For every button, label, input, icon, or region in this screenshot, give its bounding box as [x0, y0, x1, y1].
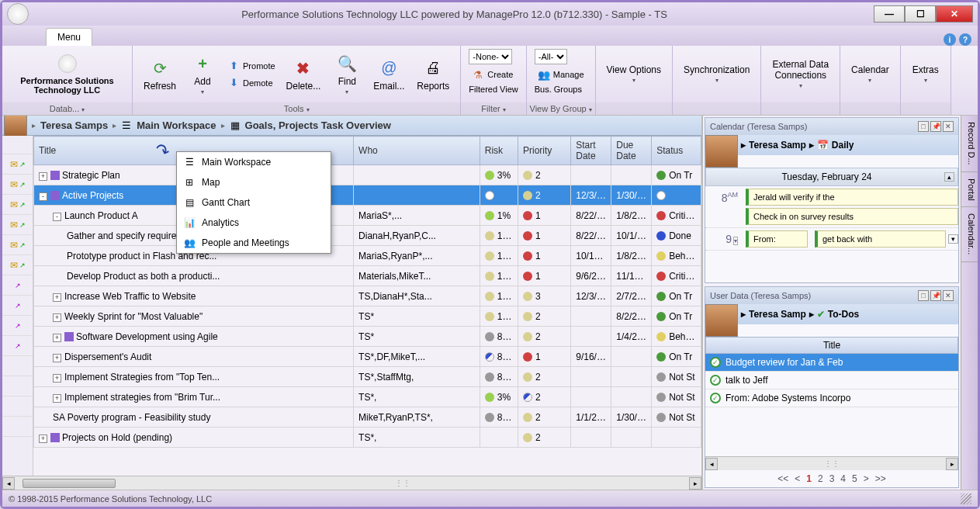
- chevron-right-icon[interactable]: ▸: [113, 121, 116, 130]
- column-header[interactable]: Start Date: [571, 137, 611, 165]
- pager-page[interactable]: 4: [840, 473, 846, 484]
- chevron-right-icon[interactable]: ▸: [221, 121, 225, 130]
- filter-create-button[interactable]: ⚗Create: [469, 67, 516, 82]
- calendar-event[interactable]: get back with: [815, 230, 946, 248]
- table-row[interactable]: Prototype product in Flash and rec...Mar…: [34, 246, 701, 266]
- calendar-event[interactable]: Jerald will verify if the: [746, 189, 958, 206]
- table-row[interactable]: Gather and specify requirementsDianaH,Ry…: [34, 226, 701, 246]
- info-icon[interactable]: i: [944, 33, 956, 46]
- close-button[interactable]: ✕: [936, 5, 973, 23]
- pager-page[interactable]: 5: [852, 473, 857, 484]
- tree-toggle[interactable]: +: [53, 354, 61, 362]
- tree-toggle[interactable]: +: [53, 293, 61, 302]
- tree-toggle[interactable]: -: [39, 192, 47, 201]
- horizontal-scrollbar[interactable]: ◂⋮⋮▸: [2, 476, 701, 490]
- check-circle-icon[interactable]: ✓: [710, 375, 721, 386]
- panel-pin-icon[interactable]: 📌: [930, 290, 941, 301]
- calendar-date[interactable]: Tuesday, February 24: [709, 171, 944, 182]
- demote-button[interactable]: ⬇Demote: [224, 75, 279, 91]
- find-button[interactable]: 🔍 Find ▾: [328, 51, 365, 97]
- cal-bc-view[interactable]: Daily: [832, 140, 854, 151]
- tree-toggle[interactable]: +: [53, 313, 61, 322]
- ud-bc-view[interactable]: To-Dos: [828, 309, 859, 320]
- database-group-label[interactable]: Datab...: [50, 104, 80, 113]
- column-header[interactable]: Priority: [518, 137, 571, 165]
- table-row[interactable]: -Launch Product AMariaS*,...1%18/22/2013…: [34, 206, 701, 226]
- project-grid[interactable]: TitleWhoRiskPriorityStart DateDue DateSt…: [33, 136, 701, 448]
- table-row[interactable]: +Software Development using AgileTS*80%2…: [34, 327, 701, 347]
- tree-toggle[interactable]: +: [53, 334, 61, 342]
- table-row[interactable]: +Strategic Plan3%2On Tr: [34, 165, 701, 185]
- todo-item[interactable]: ✓ Budget review for Jan & Feb: [705, 354, 958, 372]
- table-row[interactable]: +Projects on Hold (pending)TS*,2: [34, 428, 701, 448]
- column-header[interactable]: Due Date: [611, 137, 652, 165]
- tree-toggle[interactable]: +: [39, 435, 47, 443]
- sync-button[interactable]: Synchronization▾: [679, 63, 754, 85]
- manage-groups-button[interactable]: 👥Manage: [535, 67, 587, 82]
- panel-max-icon[interactable]: □: [918, 121, 929, 132]
- table-row[interactable]: +Increase Web Traffic to WebsiteTS,Diana…: [34, 286, 701, 306]
- maximize-button[interactable]: ☐: [905, 5, 936, 23]
- tab-record[interactable]: Record D...: [961, 116, 978, 172]
- pager-last[interactable]: >>: [875, 473, 886, 484]
- table-row[interactable]: SA Poverty program - Feasibility studyMi…: [34, 407, 701, 428]
- scroll-down-icon[interactable]: ▾: [733, 237, 738, 245]
- pager-first[interactable]: <<: [777, 473, 788, 484]
- external-data-button[interactable]: External Data Connections▾: [767, 57, 833, 91]
- delete-button[interactable]: ✖ Delete...: [282, 56, 326, 93]
- reports-button[interactable]: 🖨 Reports: [412, 56, 454, 93]
- filtered-view-label[interactable]: Filtered View: [469, 85, 518, 94]
- table-row[interactable]: Develop Product as both a producti...Mat…: [34, 266, 701, 286]
- table-row[interactable]: +Dispersement's AuditTS*,DF,MikeT,...80%…: [34, 347, 701, 367]
- dropdown-item-gantt[interactable]: ▤Gantt Chart: [177, 192, 331, 213]
- help-icon[interactable]: ?: [959, 33, 971, 46]
- scroll-up-icon[interactable]: ▴: [944, 172, 954, 182]
- menu-tab[interactable]: Menu: [46, 28, 92, 46]
- tree-toggle[interactable]: -: [53, 213, 61, 221]
- check-circle-icon[interactable]: ✓: [710, 357, 721, 368]
- pager-page[interactable]: 1: [806, 473, 812, 484]
- dropdown-item-people[interactable]: 👥People and Meetings: [177, 233, 331, 253]
- tree-toggle[interactable]: +: [53, 394, 61, 403]
- extras-button[interactable]: Extras▾: [907, 63, 944, 85]
- promote-button[interactable]: ⬆Promote: [224, 58, 279, 74]
- dropdown-item-main-workspace[interactable]: ☰Main Workspace: [177, 152, 331, 172]
- bus-groups-label[interactable]: Bus. Groups: [535, 85, 582, 94]
- chevron-right-icon[interactable]: ▸: [32, 121, 36, 130]
- minimize-button[interactable]: —: [874, 5, 905, 23]
- tab-calendar[interactable]: Calendar...: [961, 207, 978, 261]
- breadcrumb-workspace[interactable]: Main Workspace: [137, 119, 216, 131]
- todo-item[interactable]: ✓ From: Adobe Systems Incorpo: [705, 390, 958, 407]
- panel-pin-icon[interactable]: 📌: [930, 121, 941, 132]
- pager-page[interactable]: 2: [818, 473, 823, 484]
- table-row[interactable]: +Implement strategies from "Brim Tur...T…: [34, 387, 701, 407]
- todo-column-header[interactable]: Title: [705, 337, 958, 354]
- panel-max-icon[interactable]: □: [918, 290, 929, 301]
- dropdown-item-analytics[interactable]: 📊Analytics: [177, 213, 331, 233]
- panel-close-icon[interactable]: ✕: [943, 290, 954, 301]
- group-select[interactable]: -All-: [535, 49, 567, 64]
- email-button[interactable]: @ Email...: [369, 56, 409, 93]
- table-row[interactable]: +Weekly Sprint for "Most Valuable"TS*16%…: [34, 306, 701, 327]
- scroll-down-icon[interactable]: ▾: [948, 234, 958, 244]
- ud-bc-user[interactable]: Teresa Samp: [749, 309, 806, 320]
- column-header[interactable]: Who: [354, 137, 480, 165]
- table-row[interactable]: +Implement Strategies from "Top Ten...TS…: [34, 367, 701, 387]
- view-options-button[interactable]: View Options▾: [602, 63, 666, 85]
- tree-toggle[interactable]: +: [39, 172, 47, 181]
- tree-toggle[interactable]: +: [53, 374, 61, 383]
- resize-grip[interactable]: [961, 493, 971, 504]
- refresh-button[interactable]: ⟳ Refresh: [139, 56, 181, 93]
- dropdown-item-map[interactable]: ⊞Map: [177, 172, 331, 192]
- tab-portal[interactable]: Portal: [961, 172, 978, 208]
- check-circle-icon[interactable]: ✓: [710, 393, 721, 403]
- calendar-button[interactable]: Calendar▾: [847, 63, 894, 85]
- pager-next[interactable]: >: [864, 473, 869, 484]
- breadcrumb-view[interactable]: Goals, Projects Task Overview: [245, 119, 391, 131]
- filter-select[interactable]: -None-: [469, 49, 512, 64]
- column-header[interactable]: Risk: [480, 137, 518, 165]
- table-row[interactable]: -Active Projects212/3/20121/30/2015: [34, 185, 701, 206]
- calendar-event[interactable]: From:: [746, 230, 808, 248]
- add-button[interactable]: + Add ▾: [184, 51, 221, 97]
- pager-page[interactable]: 3: [829, 473, 835, 484]
